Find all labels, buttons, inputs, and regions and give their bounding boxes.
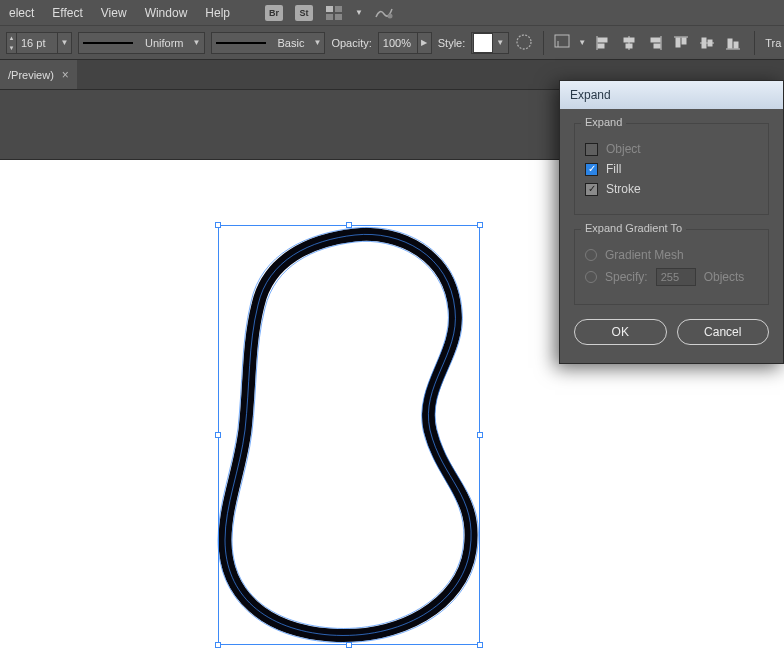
stroke-weight-value[interactable]: 16 pt: [16, 32, 58, 54]
svg-point-5: [517, 35, 531, 49]
gradient-mesh-radio: [585, 249, 597, 261]
stroke-weight-caret[interactable]: ▼: [58, 32, 72, 54]
chevron-down-icon: ▼: [355, 8, 363, 17]
bridge-icon: Br: [265, 5, 283, 21]
expand-dialog: Expand Expand Object Fill Stroke Expand …: [559, 80, 784, 364]
opacity-value[interactable]: 100%: [378, 32, 418, 54]
align-vcenter-button[interactable]: [696, 32, 718, 54]
dialog-button-row: OK Cancel: [574, 319, 769, 345]
svg-rect-1: [335, 6, 342, 12]
align-bottom-button[interactable]: [722, 32, 744, 54]
document-tab-label: /Preview): [8, 69, 54, 81]
align-right-icon: [647, 35, 663, 51]
handle-mr[interactable]: [477, 432, 483, 438]
expand-fill-row[interactable]: Fill: [585, 162, 758, 176]
specify-unit-label: Objects: [704, 270, 745, 284]
expand-object-row: Object: [585, 142, 758, 156]
style-label: Style:: [438, 37, 466, 49]
handle-bl[interactable]: [215, 642, 221, 648]
svg-rect-11: [624, 38, 634, 42]
chevron-down-icon: ▼: [7, 43, 16, 53]
chevron-down-icon: ▼: [61, 38, 69, 47]
handle-tc[interactable]: [346, 222, 352, 228]
align-right-button[interactable]: [644, 32, 666, 54]
arrange-documents-caret[interactable]: ▼: [353, 4, 365, 22]
expand-group: Expand Object Fill Stroke: [574, 123, 769, 215]
chevron-up-icon: ▲: [7, 33, 16, 43]
specify-row: Specify: 255 Objects: [585, 268, 758, 286]
svg-rect-23: [728, 39, 732, 48]
main-menu-bar: elect Effect View Window Help Br St ▼: [0, 0, 784, 26]
handle-tr[interactable]: [477, 222, 483, 228]
options-bar: ▲▼ 16 pt ▼ Uniform ▼ Basic ▼ Opacity: 10…: [0, 26, 784, 60]
expand-fill-checkbox[interactable]: [585, 163, 598, 176]
stroke-weight-field[interactable]: ▲▼ 16 pt ▼: [6, 32, 72, 54]
menu-window[interactable]: Window: [136, 6, 197, 20]
arrange-documents-icon: [326, 6, 342, 20]
align-hcenter-icon: [621, 35, 637, 51]
document-tab[interactable]: /Preview) ×: [0, 60, 77, 89]
svg-rect-12: [626, 44, 632, 48]
align-buttons-row: [592, 32, 744, 54]
expand-gradient-legend: Expand Gradient To: [581, 222, 686, 234]
expand-stroke-checkbox[interactable]: [585, 183, 598, 196]
align-hcenter-button[interactable]: [618, 32, 640, 54]
ok-button[interactable]: OK: [574, 319, 667, 345]
align-to-button[interactable]: [554, 34, 572, 52]
handle-tl[interactable]: [215, 222, 221, 228]
brush-label: Basic: [272, 37, 311, 49]
expand-stroke-row[interactable]: Stroke: [585, 182, 758, 196]
dialog-title: Expand: [570, 88, 611, 102]
svg-rect-24: [734, 42, 738, 48]
gradient-mesh-label: Gradient Mesh: [605, 248, 684, 262]
gpu-preview-button[interactable]: [373, 4, 395, 22]
selection-bounding-box[interactable]: [218, 225, 480, 645]
handle-ml[interactable]: [215, 432, 221, 438]
expand-stroke-label: Stroke: [606, 182, 641, 196]
stroke-profile-dropdown[interactable]: Uniform ▼: [78, 32, 205, 54]
svg-rect-20: [702, 38, 706, 48]
svg-point-4: [388, 13, 393, 18]
menu-effect[interactable]: Effect: [43, 6, 91, 20]
gradient-mesh-row: Gradient Mesh: [585, 248, 758, 262]
svg-rect-15: [654, 44, 660, 48]
recolor-artwork-button[interactable]: [515, 33, 533, 53]
arrange-documents-button[interactable]: [323, 4, 345, 22]
opacity-label: Opacity:: [331, 37, 371, 49]
chevron-right-icon: ▶: [421, 38, 427, 47]
divider: [754, 31, 755, 55]
handle-br[interactable]: [477, 642, 483, 648]
cancel-button[interactable]: Cancel: [677, 319, 770, 345]
opacity-field[interactable]: 100% ▶: [378, 32, 432, 54]
graphic-style-dropdown[interactable]: ▼: [471, 32, 509, 54]
brush-preview-icon: [216, 42, 266, 44]
transform-panel-toggle[interactable]: Tra: [765, 37, 781, 49]
svg-rect-18: [682, 38, 686, 44]
align-top-icon: [673, 35, 689, 51]
bridge-button[interactable]: Br: [263, 4, 285, 22]
stroke-weight-stepper[interactable]: ▲▼: [6, 32, 16, 54]
menu-select[interactable]: elect: [0, 6, 43, 20]
svg-rect-21: [708, 40, 712, 46]
dialog-titlebar[interactable]: Expand: [560, 81, 783, 109]
svg-rect-14: [651, 38, 660, 42]
brush-definition-dropdown[interactable]: Basic ▼: [211, 32, 326, 54]
stroke-profile-label: Uniform: [139, 37, 190, 49]
svg-rect-9: [598, 44, 604, 48]
stock-button[interactable]: St: [293, 4, 315, 22]
menu-view[interactable]: View: [92, 6, 136, 20]
chevron-down-icon: ▼: [578, 38, 586, 47]
align-top-button[interactable]: [670, 32, 692, 54]
expand-object-label: Object: [606, 142, 641, 156]
align-to-icon: [554, 34, 572, 50]
stock-icon: St: [295, 5, 313, 21]
opacity-caret[interactable]: ▶: [418, 32, 432, 54]
menu-help[interactable]: Help: [196, 6, 239, 20]
handle-bc[interactable]: [346, 642, 352, 648]
align-left-button[interactable]: [592, 32, 614, 54]
profile-preview-icon: [83, 42, 133, 44]
align-bottom-icon: [725, 35, 741, 51]
divider: [543, 31, 544, 55]
svg-rect-6: [555, 35, 569, 47]
close-tab-button[interactable]: ×: [62, 68, 69, 82]
